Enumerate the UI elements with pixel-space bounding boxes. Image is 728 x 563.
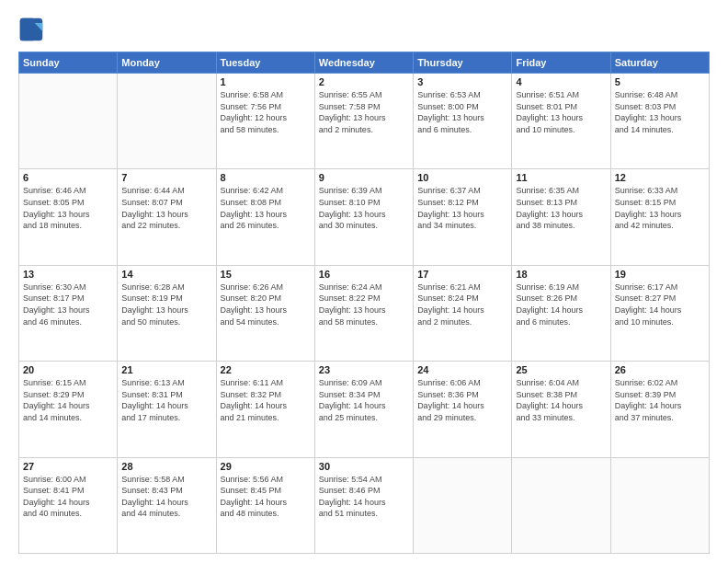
calendar-cell: 29Sunrise: 5:56 AM Sunset: 8:45 PM Dayli… [216,457,314,553]
calendar-cell: 16Sunrise: 6:24 AM Sunset: 8:22 PM Dayli… [314,265,413,361]
calendar-cell: 1Sunrise: 6:58 AM Sunset: 7:56 PM Daylig… [216,74,314,169]
calendar-cell [19,74,118,169]
day-number: 14 [121,269,211,280]
day-info: Sunrise: 6:53 AM Sunset: 8:00 PM Dayligh… [417,89,507,135]
day-info: Sunrise: 6:33 AM Sunset: 8:15 PM Dayligh… [615,185,705,231]
calendar-cell: 30Sunrise: 5:54 AM Sunset: 8:46 PM Dayli… [314,457,413,553]
calendar-cell: 25Sunrise: 6:04 AM Sunset: 8:38 PM Dayli… [512,362,610,457]
weekday-header: Tuesday [216,52,314,74]
day-number: 24 [417,364,507,375]
day-number: 20 [23,364,113,375]
day-info: Sunrise: 6:55 AM Sunset: 7:58 PM Dayligh… [319,89,409,135]
day-info: Sunrise: 6:39 AM Sunset: 8:10 PM Dayligh… [319,185,409,231]
day-info: Sunrise: 6:48 AM Sunset: 8:03 PM Dayligh… [615,89,705,135]
calendar-cell: 13Sunrise: 6:30 AM Sunset: 8:17 PM Dayli… [19,265,118,361]
calendar-cell: 19Sunrise: 6:17 AM Sunset: 8:27 PM Dayli… [610,265,709,361]
day-number: 27 [23,461,113,472]
calendar-cell: 3Sunrise: 6:53 AM Sunset: 8:00 PM Daylig… [414,74,512,169]
calendar-week-row: 1Sunrise: 6:58 AM Sunset: 7:56 PM Daylig… [19,74,710,169]
day-number: 3 [417,76,507,87]
day-info: Sunrise: 5:54 AM Sunset: 8:46 PM Dayligh… [319,474,409,520]
day-number: 19 [615,269,705,280]
day-info: Sunrise: 6:15 AM Sunset: 8:29 PM Dayligh… [23,377,113,423]
day-info: Sunrise: 6:46 AM Sunset: 8:05 PM Dayligh… [23,185,113,231]
calendar-header-row: SundayMondayTuesdayWednesdayThursdayFrid… [19,52,710,74]
day-info: Sunrise: 6:44 AM Sunset: 8:07 PM Dayligh… [121,185,211,231]
calendar-week-row: 6Sunrise: 6:46 AM Sunset: 8:05 PM Daylig… [19,169,710,265]
day-number: 16 [319,269,409,280]
day-info: Sunrise: 6:42 AM Sunset: 8:08 PM Dayligh… [221,185,311,231]
day-info: Sunrise: 6:51 AM Sunset: 8:01 PM Dayligh… [516,89,606,135]
day-number: 22 [221,364,311,375]
day-number: 2 [319,76,409,87]
calendar-cell: 14Sunrise: 6:28 AM Sunset: 8:19 PM Dayli… [118,265,216,361]
calendar-cell: 11Sunrise: 6:35 AM Sunset: 8:13 PM Dayli… [512,169,610,265]
calendar-cell [512,457,610,553]
calendar-cell: 17Sunrise: 6:21 AM Sunset: 8:24 PM Dayli… [414,265,512,361]
calendar-cell: 8Sunrise: 6:42 AM Sunset: 8:08 PM Daylig… [216,169,314,265]
calendar-cell [118,74,216,169]
calendar-cell: 6Sunrise: 6:46 AM Sunset: 8:05 PM Daylig… [19,169,118,265]
day-info: Sunrise: 6:30 AM Sunset: 8:17 PM Dayligh… [23,282,113,327]
day-number: 18 [516,269,606,280]
calendar-cell: 24Sunrise: 6:06 AM Sunset: 8:36 PM Dayli… [414,362,512,457]
weekday-header: Saturday [610,52,709,74]
day-number: 26 [615,364,705,375]
day-number: 23 [319,364,409,375]
day-info: Sunrise: 6:11 AM Sunset: 8:32 PM Dayligh… [221,377,311,423]
calendar-cell: 15Sunrise: 6:26 AM Sunset: 8:20 PM Dayli… [216,265,314,361]
day-info: Sunrise: 6:09 AM Sunset: 8:34 PM Dayligh… [319,377,409,423]
day-info: Sunrise: 6:17 AM Sunset: 8:27 PM Dayligh… [615,282,705,327]
day-info: Sunrise: 6:04 AM Sunset: 8:38 PM Dayligh… [516,377,606,423]
weekday-header: Friday [512,52,610,74]
calendar-cell: 10Sunrise: 6:37 AM Sunset: 8:12 PM Dayli… [414,169,512,265]
calendar-cell: 26Sunrise: 6:02 AM Sunset: 8:39 PM Dayli… [610,362,709,457]
calendar-table: SundayMondayTuesdayWednesdayThursdayFrid… [18,52,710,554]
day-info: Sunrise: 6:00 AM Sunset: 8:41 PM Dayligh… [23,474,113,520]
day-number: 1 [221,76,311,87]
calendar-cell: 12Sunrise: 6:33 AM Sunset: 8:15 PM Dayli… [610,169,709,265]
day-info: Sunrise: 6:58 AM Sunset: 7:56 PM Dayligh… [221,89,311,135]
calendar-week-row: 13Sunrise: 6:30 AM Sunset: 8:17 PM Dayli… [19,265,710,361]
day-info: Sunrise: 6:28 AM Sunset: 8:19 PM Dayligh… [121,282,211,327]
calendar-cell: 7Sunrise: 6:44 AM Sunset: 8:07 PM Daylig… [118,169,216,265]
calendar-cell: 21Sunrise: 6:13 AM Sunset: 8:31 PM Dayli… [118,362,216,457]
weekday-header: Sunday [19,52,118,74]
logo-icon [18,17,44,42]
day-number: 10 [417,172,507,183]
day-number: 29 [221,461,311,472]
calendar-cell [414,457,512,553]
day-number: 12 [615,172,705,183]
weekday-header: Thursday [414,52,512,74]
calendar-cell: 4Sunrise: 6:51 AM Sunset: 8:01 PM Daylig… [512,74,610,169]
day-number: 25 [516,364,606,375]
weekday-header: Monday [118,52,216,74]
calendar-cell: 23Sunrise: 6:09 AM Sunset: 8:34 PM Dayli… [314,362,413,457]
header [18,17,710,42]
calendar-cell [610,457,709,553]
day-number: 6 [23,172,113,183]
day-number: 21 [121,364,211,375]
calendar-cell: 28Sunrise: 5:58 AM Sunset: 8:43 PM Dayli… [118,457,216,553]
day-number: 17 [417,269,507,280]
day-number: 13 [23,269,113,280]
day-info: Sunrise: 6:19 AM Sunset: 8:26 PM Dayligh… [516,282,606,327]
day-info: Sunrise: 5:58 AM Sunset: 8:43 PM Dayligh… [121,474,211,520]
calendar-cell: 2Sunrise: 6:55 AM Sunset: 7:58 PM Daylig… [314,74,413,169]
day-number: 15 [221,269,311,280]
day-info: Sunrise: 6:26 AM Sunset: 8:20 PM Dayligh… [221,282,311,327]
logo [18,17,48,42]
calendar-week-row: 27Sunrise: 6:00 AM Sunset: 8:41 PM Dayli… [19,457,710,553]
day-number: 28 [121,461,211,472]
day-info: Sunrise: 5:56 AM Sunset: 8:45 PM Dayligh… [221,474,311,520]
day-info: Sunrise: 6:24 AM Sunset: 8:22 PM Dayligh… [319,282,409,327]
page: SundayMondayTuesdayWednesdayThursdayFrid… [0,0,728,563]
day-info: Sunrise: 6:06 AM Sunset: 8:36 PM Dayligh… [417,377,507,423]
calendar-week-row: 20Sunrise: 6:15 AM Sunset: 8:29 PM Dayli… [19,362,710,457]
day-number: 9 [319,172,409,183]
calendar-cell: 5Sunrise: 6:48 AM Sunset: 8:03 PM Daylig… [610,74,709,169]
day-info: Sunrise: 6:02 AM Sunset: 8:39 PM Dayligh… [615,377,705,423]
calendar-cell: 18Sunrise: 6:19 AM Sunset: 8:26 PM Dayli… [512,265,610,361]
day-number: 8 [221,172,311,183]
day-number: 11 [516,172,606,183]
